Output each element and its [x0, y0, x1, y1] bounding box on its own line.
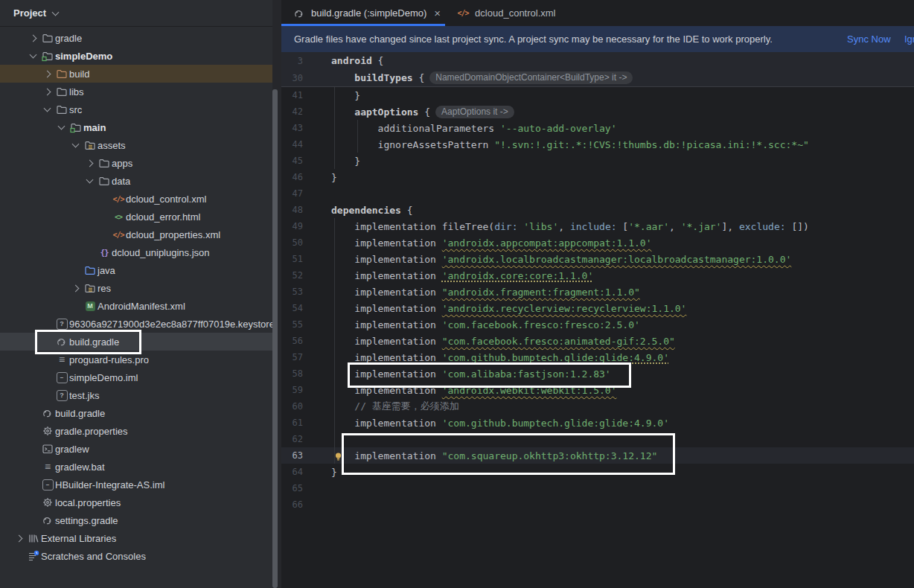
indent-guide: [357, 120, 358, 153]
code-text: buildTypes {NamedDomainObjectContainer<B…: [331, 71, 633, 84]
code-line-48[interactable]: 48dependencies {: [281, 202, 914, 218]
code-text: }: [331, 172, 337, 183]
code-editor[interactable]: 3android {30 buildTypes {NamedDomainObje…: [281, 52, 914, 588]
code-line-52[interactable]: 52 implementation 'androidx.core:core:1.…: [281, 267, 914, 284]
folder-res-icon: [83, 139, 98, 151]
line-number: 66: [281, 499, 303, 510]
code-text: implementation 'androidx.core:core:1.1.0…: [331, 270, 593, 281]
tree-item-build[interactable]: build: [0, 65, 272, 83]
line-number: 65: [281, 483, 303, 493]
code-line-54[interactable]: 54 implementation 'androidx.recyclerview…: [281, 300, 914, 316]
code-text: implementation 'androidx.appcompat:appco…: [331, 237, 651, 249]
tab-dcloud-control-xml[interactable]: </> dcloud_control.xml: [448, 0, 563, 26]
project-panel-header[interactable]: Project: [0, 0, 272, 27]
tree-item-settings-gradle[interactable]: settings.gradle: [0, 511, 272, 529]
tree-item-external-libraries[interactable]: External Libraries: [0, 529, 272, 547]
tree-item-label: simpleDemo: [55, 51, 112, 62]
indent-guide: [334, 218, 335, 464]
code-line-49[interactable]: 49 implementation fileTree(dir: 'libs', …: [281, 218, 914, 234]
tree-item-gradle-properties[interactable]: gradle.properties: [0, 422, 272, 440]
code-line-45[interactable]: 45 }: [281, 153, 914, 169]
gradle-icon: [40, 407, 55, 419]
chevron-down-icon[interactable]: [83, 179, 97, 182]
code-line-51[interactable]: 51 implementation 'androidx.localbroadca…: [281, 251, 914, 267]
code-line-61[interactable]: 61 implementation 'com.github.bumptech.g…: [281, 415, 914, 431]
tree-item-label: build.gradle: [55, 408, 105, 419]
code-line-43[interactable]: 43 additionalParameters '--auto-add-over…: [281, 120, 914, 136]
tree-item-data[interactable]: data: [0, 172, 272, 190]
tree-item-gradle[interactable]: gradle: [0, 29, 272, 47]
code-line-47[interactable]: 47: [281, 185, 914, 202]
tree-item-libs[interactable]: libs: [0, 83, 272, 100]
tree-item-gradlew-bat[interactable]: ≡gradlew.bat: [0, 458, 272, 476]
tree-item-dcloud-control-xml[interactable]: </>dcloud_control.xml: [0, 190, 272, 208]
tree-item-scratches-and-consoles[interactable]: Scratches and Consoles: [0, 547, 272, 565]
chevron-down-icon[interactable]: [68, 144, 83, 147]
tree-item-simpledemo[interactable]: simpleDemo: [0, 47, 272, 65]
tree-item-label: assets: [98, 140, 126, 151]
code-line-60[interactable]: 60 // 基座需要，必须添加: [281, 398, 914, 415]
tree-item-label: External Libraries: [41, 533, 116, 544]
chevron-right-icon[interactable]: [68, 286, 83, 291]
line-number: 3: [281, 56, 303, 66]
code-line-42[interactable]: 42 aaptOptions {AaptOptions it ->: [281, 103, 914, 120]
tree-item-label: gradlew: [55, 444, 89, 455]
tree-item-main[interactable]: main: [0, 118, 272, 136]
chevron-right-icon[interactable]: [40, 89, 54, 95]
line-number: 45: [281, 156, 303, 166]
chevron-down-icon[interactable]: [26, 54, 40, 57]
code-line-30[interactable]: 30 buildTypes {NamedDomainObjectContaine…: [281, 69, 914, 86]
tree-item-label: data: [112, 176, 130, 187]
code-line-66[interactable]: 66: [281, 496, 914, 513]
line-number: 62: [281, 434, 303, 444]
lines-icon: ≡: [40, 461, 55, 472]
tree-item-dcloud-error-html[interactable]: <>dcloud_error.html: [0, 208, 272, 226]
tree-item-apps[interactable]: apps: [0, 154, 272, 172]
code-text: implementation "com.facebook.fresco:anim…: [331, 336, 675, 347]
chevron-right-icon[interactable]: [83, 161, 97, 166]
tree-item-src[interactable]: src: [0, 100, 272, 118]
chevron-down-icon[interactable]: [40, 108, 54, 111]
code-line-44[interactable]: 44 ignoreAssetsPattern "!.svn:!.git:.*:!…: [281, 136, 914, 153]
code-line-65[interactable]: 65: [281, 480, 914, 496]
close-icon[interactable]: ×: [434, 7, 441, 19]
tree-item-simpledemo-iml[interactable]: −simpleDemo.iml: [0, 368, 272, 386]
line-number: 55: [281, 319, 303, 330]
tree-item-dcloud-uniplugins-json[interactable]: {}dcloud_uniplugins.json: [0, 243, 272, 261]
tree-item-dcloud-properties-xml[interactable]: </>dcloud_properties.xml: [0, 226, 272, 243]
chevron-down-icon[interactable]: [54, 126, 68, 129]
tree-item-res[interactable]: res: [0, 279, 272, 297]
chevron-right-icon[interactable]: [12, 536, 26, 541]
tree-item-test-jks[interactable]: ?test.jks: [0, 386, 272, 404]
tree-item-label: build: [69, 68, 89, 80]
tree-item-java[interactable]: java: [0, 261, 272, 279]
chevron-right-icon[interactable]: [26, 36, 40, 41]
sync-now-link[interactable]: Sync Now: [847, 33, 891, 45]
panel-splitter[interactable]: [272, 0, 281, 588]
code-line-55[interactable]: 55 implementation 'com.facebook.fresco:f…: [281, 316, 914, 333]
tree-item-androidmanifest-xml[interactable]: MAndroidManifest.xml: [0, 297, 272, 315]
line-number: 59: [281, 385, 303, 395]
code-text: }: [331, 467, 337, 478]
code-line-50[interactable]: 50 implementation 'androidx.appcompat:ap…: [281, 234, 914, 251]
line-number: 42: [281, 106, 303, 117]
tree-item-hbuilder-integrate-as-iml[interactable]: −HBuilder-Integrate-AS.iml: [0, 476, 272, 493]
code-line-56[interactable]: 56 implementation "com.facebook.fresco:a…: [281, 333, 914, 349]
code-line-53[interactable]: 53 implementation "androidx.fragment:fra…: [281, 284, 914, 300]
project-tree: gradlesimpleDemobuildlibssrcmainassetsap…: [0, 29, 272, 565]
gradle-icon: [292, 7, 307, 19]
folder-build-icon: [54, 68, 69, 80]
ignore-link[interactable]: Ignore: [904, 33, 914, 45]
tree-item-local-properties[interactable]: local.properties: [0, 493, 272, 511]
tab-build-gradle[interactable]: build.gradle (:simpleDemo) ×: [284, 0, 448, 26]
code-line-3[interactable]: 3android {: [281, 52, 914, 69]
code-line-46[interactable]: 46}: [281, 169, 914, 185]
panel-scrollbar-thumb[interactable]: [272, 89, 278, 588]
tree-item-build-gradle[interactable]: build.gradle: [0, 404, 272, 422]
chevron-right-icon[interactable]: [40, 71, 54, 77]
code-line-41[interactable]: 41 }: [281, 87, 914, 103]
tree-item-assets[interactable]: assets: [0, 136, 272, 154]
tree-item-label: gradlew.bat: [55, 461, 105, 473]
folder-module-icon: [68, 121, 83, 133]
tree-item-gradlew[interactable]: gradlew: [0, 440, 272, 458]
